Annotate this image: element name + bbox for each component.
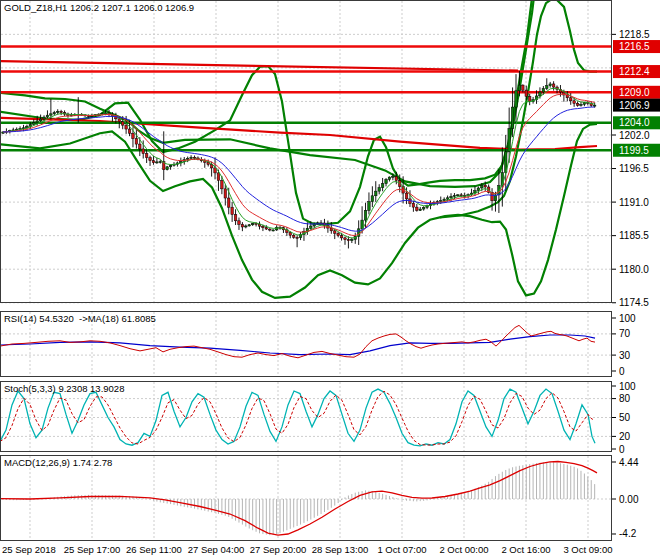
- mt4-chart-window: GOLD_Z18,H1 1206.2 1207.1 1206.0 1206.9 …: [0, 0, 660, 560]
- price-badge-label: 1199.5: [619, 145, 649, 156]
- stoch-scale-label[interactable]: 100: [619, 381, 636, 392]
- stoch-scale-label[interactable]: 0: [619, 444, 625, 455]
- price-chart-canvas[interactable]: 1218.51202.01196.51191.01185.51180.01174…: [0, 0, 660, 560]
- price-axis-label[interactable]: 1202.0: [619, 130, 650, 141]
- time-axis-label[interactable]: 2 Oct 16:00: [501, 544, 550, 555]
- price-axis-label[interactable]: 1191.0: [619, 197, 649, 208]
- price-axis-label[interactable]: 1196.5: [619, 163, 649, 174]
- rsi-scale-label[interactable]: 70: [619, 328, 631, 339]
- time-axis-label[interactable]: 26 Sep 11:00: [126, 544, 182, 555]
- price-badge-label: 1209.0: [619, 87, 650, 98]
- price-axis-label[interactable]: 1185.5: [619, 230, 649, 241]
- price-axis-label[interactable]: 1180.0: [619, 264, 649, 275]
- time-axis-label[interactable]: 2 Oct 00:00: [439, 544, 488, 555]
- rsi-scale-label[interactable]: 30: [619, 350, 631, 361]
- time-axis-label[interactable]: 27 Sep 04:00: [188, 544, 245, 555]
- macd-panel: [0, 462, 597, 536]
- time-axis-label[interactable]: 27 Sep 20:00: [250, 544, 307, 555]
- price-badge-label: 1204.0: [619, 117, 650, 128]
- rsi-indicator-header: RSI(14) 54.5320 ->MA(18) 61.8085: [4, 313, 156, 324]
- stoch-d-line: [0, 391, 594, 445]
- chart-title: GOLD_Z18,H1 1206.2 1207.1 1206.0 1206.9: [4, 2, 194, 13]
- price-badge-label: 1212.4: [619, 66, 650, 77]
- price-axis-label[interactable]: 1218.5: [619, 29, 650, 40]
- macd-scale-label[interactable]: 0.00: [619, 494, 639, 505]
- stoch-scale-label[interactable]: 50: [619, 412, 631, 423]
- macd-indicator-header: MACD(12,26,9) 1.74 2.78: [4, 457, 112, 468]
- stoch-scale-label[interactable]: 20: [619, 431, 631, 442]
- time-axis-label[interactable]: 3 Oct 09:00: [563, 544, 612, 555]
- price-badge-label: 1216.5: [619, 41, 650, 52]
- time-axis-label[interactable]: 25 Sep 2018: [2, 544, 56, 555]
- price-axis-label[interactable]: 1174.5: [619, 297, 649, 308]
- price-badge-label: 1206.9: [619, 100, 650, 111]
- stoch-scale-label[interactable]: 80: [619, 393, 631, 404]
- rsi-panel: [0, 325, 595, 357]
- macd-scale-label[interactable]: -4.2: [619, 528, 637, 539]
- time-axis-label[interactable]: 28 Sep 13:00: [312, 544, 369, 555]
- stoch-indicator-header: Stoch(5,3,3) 9.2308 13.9028: [4, 383, 124, 394]
- macd-signal-line: [0, 462, 597, 536]
- bollinger-arch-band: [0, 0, 535, 224]
- time-axis-label[interactable]: 1 Oct 07:00: [377, 544, 426, 555]
- rsi-scale-label[interactable]: 0: [619, 366, 625, 377]
- macd-scale-label[interactable]: 4.44: [619, 457, 639, 468]
- rsi-scale-label[interactable]: 100: [619, 313, 636, 324]
- rsi-ma-line: [0, 335, 595, 355]
- time-axis-label[interactable]: 25 Sep 17:00: [64, 544, 121, 555]
